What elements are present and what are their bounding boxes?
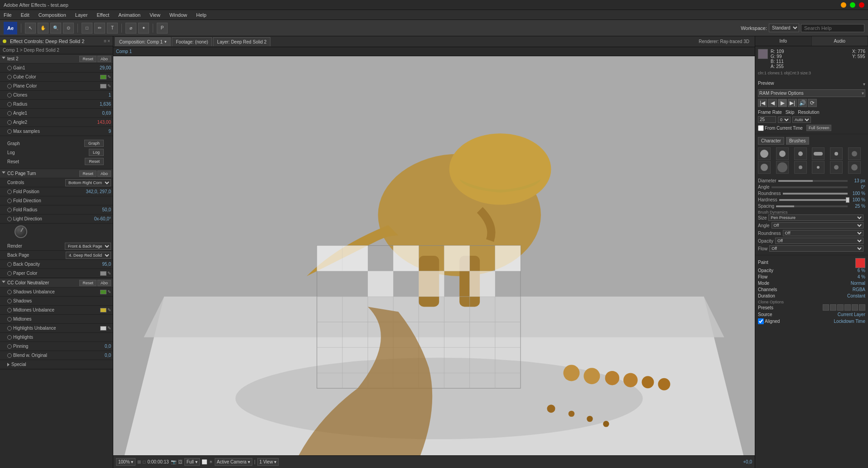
size-select[interactable]: Pen Pressure [768, 214, 863, 221]
menu-window[interactable]: Window [168, 11, 189, 19]
spacing-slider[interactable] [776, 205, 848, 207]
brush-10[interactable] [812, 161, 825, 174]
play-btn[interactable]: ▶ [778, 99, 787, 107]
menu-edit[interactable]: Edit [19, 11, 31, 19]
panel-menu[interactable]: ≡ [104, 39, 106, 44]
view-select[interactable]: Active Camera ▾ [215, 458, 252, 466]
full-screen-btn[interactable]: Full Screen [806, 125, 832, 131]
highlights-unbalance-swatch[interactable] [100, 326, 106, 331]
resolution-select[interactable]: Auto [792, 117, 811, 123]
hand-tool[interactable]: ✋ [38, 23, 48, 34]
preset-5[interactable] [852, 304, 858, 311]
paper-color-swatch[interactable] [100, 271, 106, 276]
render-dropdown[interactable]: Front & Back Page [65, 243, 111, 250]
diameter-slider[interactable] [778, 180, 848, 182]
ram-preview-expand[interactable]: ▾ [862, 91, 864, 96]
brushes-tab[interactable]: Brushes [786, 137, 809, 145]
from-current-time-cb[interactable] [758, 125, 764, 131]
paint-color-swatch[interactable] [855, 258, 865, 268]
highlights-unbalance-edit[interactable]: ✎ [107, 326, 111, 331]
angle-slider[interactable] [772, 186, 848, 188]
brush-2[interactable] [776, 147, 789, 160]
framerate-input[interactable] [758, 116, 776, 123]
info-tab[interactable]: Info [755, 36, 812, 46]
workspace-select[interactable]: Standard [769, 24, 799, 32]
cccolorneutralizer-header[interactable]: CC Color Neutralizer Reset Abo [0, 278, 113, 288]
roundness-jitter-select[interactable]: Off [783, 230, 863, 236]
paper-color-edit[interactable]: ✎ [107, 271, 111, 276]
step-back-btn[interactable]: ◀ [768, 99, 777, 107]
aligned-cb[interactable] [758, 318, 764, 324]
test2-about-btn[interactable]: Abo [97, 56, 111, 62]
back-page-dropdown[interactable]: 4. Deep Red Solid [66, 252, 111, 259]
menu-help[interactable]: Help [194, 11, 208, 19]
menu-view[interactable]: View [148, 11, 162, 19]
preview-options-btn[interactable]: ▾ [863, 82, 865, 87]
brush-5[interactable] [830, 147, 843, 160]
plane-color-edit[interactable]: ✎ [107, 83, 111, 88]
from-current-time-label[interactable]: From Current Time [758, 125, 803, 131]
brush-3[interactable] [794, 147, 807, 160]
opacity-jitter-select[interactable]: Off [775, 238, 863, 244]
zoom-tool[interactable]: 🔍 [50, 23, 61, 34]
toggle-transparency-btn[interactable]: ⬜ [202, 459, 207, 464]
brush-dynamics-btn[interactable]: Brush Dynamics [758, 210, 865, 214]
magnification-select[interactable]: Full ▾ [184, 458, 200, 466]
test2-reset-btn[interactable]: Reset [79, 56, 96, 62]
plane-color-swatch[interactable] [100, 84, 106, 88]
compass-widget[interactable] [14, 225, 27, 238]
step-fwd-btn[interactable]: ▶| [788, 99, 797, 107]
brush-6[interactable] [848, 147, 861, 160]
brush-9[interactable] [794, 161, 807, 174]
brush-8[interactable] [776, 161, 789, 174]
clone-tool[interactable]: ✦ [138, 23, 149, 34]
puppet-tool[interactable]: P [157, 23, 168, 34]
select-tool[interactable]: ↖ [25, 23, 36, 34]
search-help-input[interactable] [801, 24, 864, 32]
shadows-unbalance-swatch[interactable] [100, 290, 106, 294]
viewer-tab-layer[interactable]: Layer: Deep Red Solid 2 [213, 37, 270, 46]
cube-color-swatch[interactable] [100, 75, 106, 79]
preset-4[interactable] [844, 304, 851, 311]
shadows-unbalance-edit[interactable]: ✎ [107, 289, 111, 294]
preset-3[interactable] [837, 304, 844, 311]
viewer-tab-comp-close[interactable]: ▾ [164, 39, 167, 44]
menu-composition[interactable]: Composition [37, 11, 68, 19]
brush-4[interactable] [812, 147, 825, 160]
menu-layer[interactable]: Layer [73, 11, 90, 19]
log-btn[interactable]: Log [89, 149, 104, 156]
controls-dropdown[interactable]: Bottom Right Corn [65, 179, 111, 186]
brush-12[interactable] [848, 161, 861, 174]
hardness-thumb[interactable] [846, 197, 849, 203]
close-btn[interactable] [859, 2, 864, 8]
viewer-tab-composition[interactable]: Composition: Comp 1 ▾ [115, 37, 171, 46]
ccpageturn-about[interactable]: Abo [97, 171, 111, 177]
panel-close[interactable]: × [107, 39, 110, 44]
brush-7[interactable] [758, 161, 771, 174]
viewer-breadcrumb[interactable]: Comp 1 [116, 49, 132, 54]
graph-btn[interactable]: Graph [84, 140, 104, 147]
ccpageturn-reset[interactable]: Reset [79, 171, 96, 177]
camera-orbit[interactable]: ⊙ [63, 23, 74, 34]
flow-jitter-select[interactable]: Off [769, 245, 863, 252]
menu-effect[interactable]: Effect [95, 11, 111, 19]
menu-file[interactable]: File [2, 11, 14, 19]
audio-tab[interactable]: Audio [812, 36, 868, 46]
minimize-btn[interactable] [841, 2, 846, 8]
angle-jitter-select[interactable]: Off [772, 222, 863, 229]
pen-tool[interactable]: ✏ [94, 23, 105, 34]
viewer-tab-footage[interactable]: Footage: (none) [172, 37, 212, 46]
ccpageturn-header[interactable]: CC Page Turn Reset Abo [0, 169, 113, 178]
midtones-unbalance-swatch[interactable] [100, 308, 106, 312]
show-snapshot-btn[interactable]: 🖼 [178, 459, 183, 464]
maximize-btn[interactable] [850, 2, 855, 8]
skip-select[interactable]: 0 [778, 117, 791, 123]
brush-1[interactable] [758, 147, 771, 160]
character-tab[interactable]: Character [758, 137, 784, 145]
brush-11[interactable] [830, 161, 843, 174]
go-start-btn[interactable]: |◀ [758, 99, 767, 107]
rect-tool[interactable]: □ [82, 23, 92, 34]
preset-1[interactable] [823, 304, 829, 311]
snapshot-btn[interactable]: 📷 [171, 459, 176, 464]
preset-6[interactable] [859, 304, 865, 311]
